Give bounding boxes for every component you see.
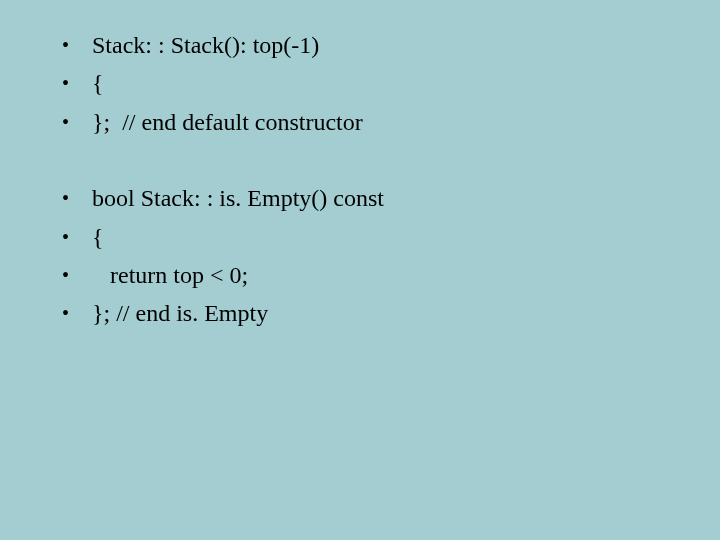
code-line: bool Stack: : is. Empty() const (50, 179, 670, 217)
slide-body: Stack: : Stack(): top(-1) { }; // end de… (0, 0, 720, 333)
code-line: }; // end default constructor (50, 103, 670, 141)
code-line: Stack: : Stack(): top(-1) (50, 26, 670, 64)
spacer (50, 141, 670, 179)
code-line: { (50, 218, 670, 256)
bullet-list: Stack: : Stack(): top(-1) { }; // end de… (50, 26, 670, 141)
code-line: }; // end is. Empty (50, 294, 670, 332)
code-line: { (50, 64, 670, 102)
code-line: return top < 0; (50, 256, 670, 294)
bullet-list: bool Stack: : is. Empty() const { return… (50, 179, 670, 333)
